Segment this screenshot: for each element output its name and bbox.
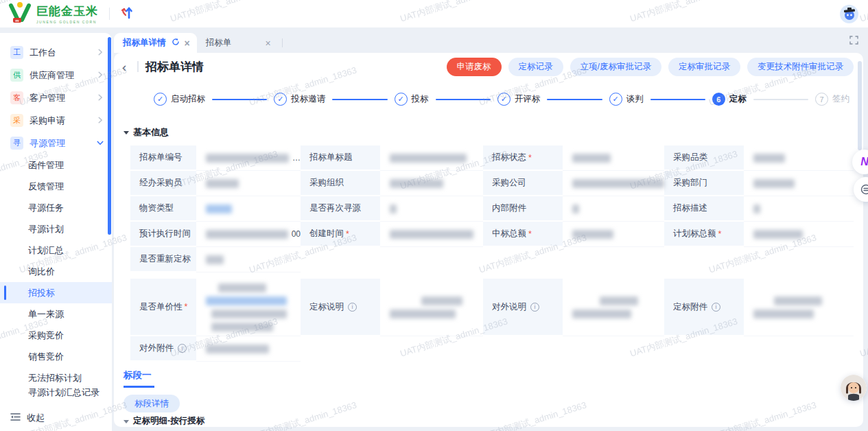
sidebar-item-2[interactable]: 寻源任务 xyxy=(0,197,112,218)
sidebar-item-3[interactable]: 寻源计划 xyxy=(0,218,112,240)
info-icon: i xyxy=(348,303,357,312)
app-root: m 巨能金玉米 JUNENG GOLDEN CORN xyxy=(0,0,868,431)
sidebar-group-1[interactable]: 供供应商管理 xyxy=(0,64,112,86)
check-icon: ✓ xyxy=(497,93,511,106)
content-card: ‹ 招标单详情 申请废标定标记录立项/废标审批记录定标审批记录变更技术附件审批记… xyxy=(114,53,863,427)
sidebar-group-4[interactable]: 寻寻源管理 xyxy=(0,132,112,154)
field-label: 对外附件 xyxy=(139,342,174,354)
tab-close-icon[interactable]: × xyxy=(185,38,190,48)
field-label: 物资类型 xyxy=(139,202,174,214)
chevron-right-icon xyxy=(97,47,104,58)
back-button[interactable]: ‹ xyxy=(122,60,134,73)
tabbar: 招标单详情×招标单× xyxy=(112,33,868,53)
field-label-cell: 定标附件i xyxy=(664,279,744,336)
step-connector xyxy=(753,99,808,100)
field-label: 对外说明 xyxy=(492,301,526,313)
sidebar-group-3[interactable]: 采采购申请 xyxy=(0,109,112,132)
award-detail-header[interactable]: 定标明细-按行授标 xyxy=(124,415,854,427)
sidebar-item-5[interactable]: 询比价 xyxy=(0,261,112,282)
tab-refresh-icon[interactable] xyxy=(172,38,180,48)
field-value-cell xyxy=(380,279,483,336)
field-label-cell: 招标单标题 xyxy=(301,145,380,171)
tab-icons: × xyxy=(266,38,271,48)
redacted-value xyxy=(390,230,473,239)
redacted-value xyxy=(206,205,232,213)
field-label-cell: 预计执行时间 xyxy=(130,222,196,247)
sidebar-item-11[interactable]: 寻源计划汇总记录 xyxy=(0,388,112,397)
action-button-2[interactable]: 立项/废标审批记录 xyxy=(570,58,661,76)
redacted-value xyxy=(390,310,456,318)
sidebar-item-6[interactable]: 招投标 xyxy=(0,282,112,303)
redacted-value xyxy=(753,154,785,163)
redacted-multiline xyxy=(390,296,462,318)
step-0: ✓启动招标 xyxy=(154,93,205,106)
segment-detail-button[interactable]: 标段详情 xyxy=(124,395,180,412)
content-scrollbar[interactable] xyxy=(858,61,862,150)
sidebar-group-icon: 工 xyxy=(10,46,23,59)
sidebar-group-label: 客户管理 xyxy=(30,92,91,104)
field-label-cell: 创建时间* xyxy=(301,222,380,247)
action-button-0[interactable]: 申请废标 xyxy=(447,58,502,76)
field-label: 采购组织 xyxy=(309,177,344,189)
field-value-cell xyxy=(563,171,664,196)
sidebar: 工工作台供供应商管理客客户管理采采购申请寻寻源管理 函件管理反馈管理寻源任务寻源… xyxy=(0,33,112,431)
field-label-cell: 计划标总额* xyxy=(664,222,744,247)
step-connector xyxy=(212,99,267,100)
assistant-avatar[interactable] xyxy=(841,375,867,401)
field-value-cell xyxy=(744,171,854,196)
sidebar-item-8[interactable]: 采购竞价 xyxy=(0,325,112,346)
sidebar-group-label: 采购申请 xyxy=(30,115,91,127)
collapse-label: 收起 xyxy=(27,412,45,424)
brand-logo[interactable]: m 巨能金玉米 JUNENG GOLDEN CORN xyxy=(8,1,98,26)
redacted-value xyxy=(390,154,467,163)
field-label: 定标附件 xyxy=(673,301,707,313)
tab-0[interactable]: 招标单详情× xyxy=(114,33,197,53)
sidebar-group-icon: 寻 xyxy=(10,137,23,150)
sidebar-group-2[interactable]: 客客户管理 xyxy=(0,86,112,109)
user-avatar[interactable] xyxy=(840,5,858,23)
field-label-cell: 采购部门 xyxy=(664,171,744,196)
required-asterisk: * xyxy=(528,229,532,239)
sidebar-groups: 工工作台供供应商管理客客户管理采采购申请寻寻源管理 xyxy=(0,33,112,154)
field-label-cell: 对外附件i xyxy=(130,336,196,362)
field-label-cell: 中标总额* xyxy=(483,222,563,247)
field-label-cell: 经办采购员 xyxy=(130,171,196,196)
segment-tab[interactable]: 标段一 xyxy=(124,369,154,388)
sidebar-group-icon: 供 xyxy=(10,69,23,82)
sidebar-group-0[interactable]: 工工作台 xyxy=(0,41,112,64)
section-basic-info-header[interactable]: 基本信息 xyxy=(124,126,854,139)
sidebar-item-1[interactable]: 反馈管理 xyxy=(0,176,112,197)
basic-row-0: 招标单编号…招标单标题招标状态*采购品类 xyxy=(130,145,854,171)
sidebar-scrollbar[interactable] xyxy=(108,37,111,235)
redacted-value xyxy=(206,255,224,264)
sidebar-item-10[interactable]: 无法招标计划 xyxy=(0,367,112,388)
sidebar-item-7[interactable]: 单一来源 xyxy=(0,303,112,325)
field-label: 采购品类 xyxy=(673,152,707,163)
action-button-1[interactable]: 定标记录 xyxy=(508,58,563,76)
award-row-1: 对外附件i xyxy=(130,336,854,362)
tab-close-icon[interactable]: × xyxy=(266,38,271,48)
topbar: m 巨能金玉米 JUNENG GOLDEN CORN xyxy=(0,0,868,27)
navigate-arrows-icon[interactable] xyxy=(119,4,134,23)
sidebar-item-label: 采购竞价 xyxy=(28,329,64,342)
field-value-cell xyxy=(380,171,483,196)
sidebar-item-label: 寻源任务 xyxy=(28,202,64,214)
required-asterisk: * xyxy=(528,153,532,163)
award-detail-title: 定标明细-按行授标 xyxy=(133,415,204,427)
action-button-4[interactable]: 变更技术附件审批记录 xyxy=(747,58,854,76)
fullscreen-icon[interactable] xyxy=(849,35,858,47)
redacted-value xyxy=(211,310,287,318)
chevron-right-icon xyxy=(97,93,104,103)
action-button-3[interactable]: 定标审批记录 xyxy=(668,58,740,76)
sidebar-item-4[interactable]: 计划汇总 xyxy=(0,240,112,261)
redacted-multiline xyxy=(753,296,822,318)
sidebar-item-9[interactable]: 销售竞价 xyxy=(0,346,112,367)
chevron-right-icon xyxy=(97,70,104,80)
redacted-value xyxy=(753,230,803,239)
step-2: ✓投标 xyxy=(395,93,429,106)
sidebar-collapse-button[interactable]: 收起 xyxy=(0,405,112,431)
sidebar-item-0[interactable]: 函件管理 xyxy=(0,154,112,176)
redacted-value xyxy=(572,230,613,239)
sidebar-item-label: 招投标 xyxy=(28,287,55,299)
tab-1[interactable]: 招标单× xyxy=(197,33,278,53)
